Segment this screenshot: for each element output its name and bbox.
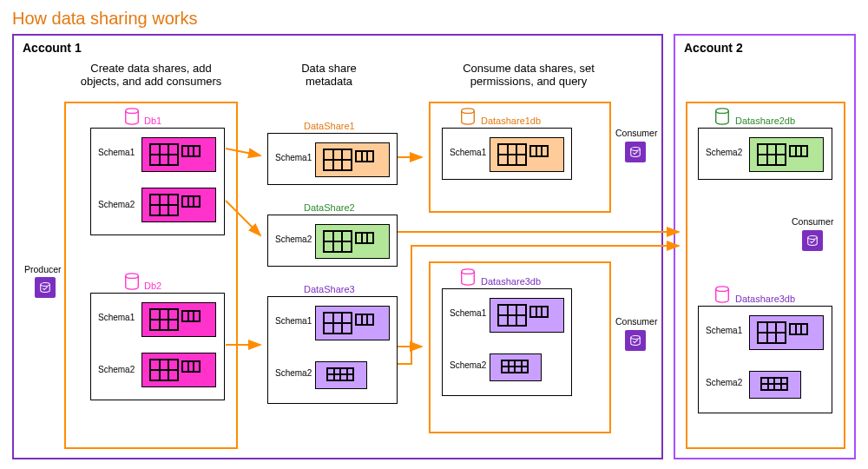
account-2-title: Account 2 [684,41,743,55]
db1-schema2-label: Schema2 [98,200,135,209]
db1-schema2-box [141,188,216,222]
ds3db-a1-schema2-label: Schema2 [450,360,486,370]
ds2-schema2-box [315,224,390,259]
diagram-canvas: Account 1 Account 2 Create data shares, … [12,34,856,459]
ds3db-a2-block: Schema1 Schema2 [698,306,832,413]
svg-point-5 [462,269,475,274]
ds3db-a2-schema2-label: Schema2 [706,378,742,387]
ds3-block: Schema1 Schema2 [267,296,398,404]
svg-point-1 [126,109,139,113]
account-1-title: Account 1 [23,41,82,55]
ds3db-a2-label: Datashare3db [735,294,795,304]
ds3-label: DataShare3 [304,284,355,294]
ds1db-schema1-box [490,137,564,172]
ds1-schema1-label: Schema1 [275,153,312,162]
db2-label: Db2 [144,281,161,291]
db1-icon [123,108,141,125]
consumer3-icon [802,230,823,251]
ds3db-a2-icon [713,286,731,303]
consumer3-label: Consumer [792,216,833,227]
column-producer-header: Create data shares, add objects, and add… [64,62,238,88]
ds3db-a1-icon [459,268,477,286]
db2-schema2-label: Schema2 [98,365,135,374]
consumer2-icon [625,330,646,351]
db2-icon [123,273,141,290]
ds3db-a1-schema1-box [490,298,564,333]
ds1-block: Schema1 [267,133,398,185]
producer-label: Producer [24,264,62,274]
ds3-schema2-label: Schema2 [275,368,312,378]
db1-label: Db1 [144,116,161,126]
column-metadata-header: Data share metadata [273,62,385,88]
ds1db-icon [459,108,477,125]
producer-icon [35,277,56,298]
ds3db-a2-schema2-box [749,371,801,399]
consumer2-label: Consumer [615,316,657,327]
svg-point-7 [716,109,729,113]
db1-schema1-box [141,137,216,172]
ds2db-schema2-label: Schema2 [706,148,742,157]
svg-point-3 [462,109,475,113]
svg-point-4 [631,148,641,151]
ds2db-icon [713,108,731,125]
db2-schema2-box [141,353,216,387]
svg-point-9 [716,287,729,291]
ds2-block: Schema2 [267,215,398,267]
db1-schema1-label: Schema1 [98,148,135,157]
ds3-schema2-box [315,361,367,389]
ds1db-schema1-label: Schema1 [450,148,486,157]
ds2-label: DataShare2 [304,202,355,213]
diagram-title: How data sharing works [12,9,856,29]
ds1db-block: Schema1 [442,128,572,180]
ds3db-a1-label: Datashare3db [481,276,541,287]
svg-point-2 [126,274,139,278]
ds3db-a1-block: Schema1 Schema2 [442,288,572,396]
db1-block: Schema1 Schema2 [90,128,225,235]
ds2-schema2-label: Schema2 [275,234,312,244]
consumer1-icon [625,142,646,162]
ds2db-label: Datashare2db [735,116,795,126]
ds1-schema1-box [315,142,390,177]
svg-point-6 [631,336,641,340]
ds3-schema1-label: Schema1 [275,316,312,326]
ds1db-label: Datashare1db [481,116,541,126]
db2-schema1-label: Schema1 [98,313,135,322]
db2-schema1-box [141,302,216,337]
ds3db-a1-schema1-label: Schema1 [450,308,486,318]
svg-point-0 [41,283,50,287]
svg-point-8 [808,236,818,240]
db2-block: Schema1 Schema2 [90,293,225,400]
ds3db-a1-schema2-box [490,353,542,381]
ds3db-a2-schema1-label: Schema1 [706,326,742,335]
ds2db-schema2-box [749,137,824,172]
ds2db-block: Schema2 [698,128,832,180]
ds1-label: DataShare1 [304,121,355,131]
column-consumer-header: Consume data shares, set permissions, an… [433,62,624,88]
ds3db-a2-schema1-box [749,315,824,350]
consumer1-label: Consumer [615,128,657,138]
ds3-schema1-box [315,306,390,340]
